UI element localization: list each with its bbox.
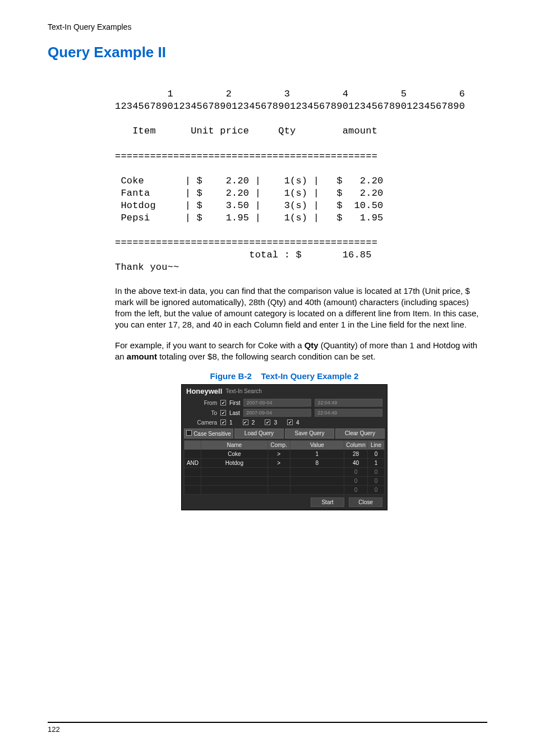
table-row[interactable]: 00 [185, 468, 385, 477]
close-button[interactable]: Close [349, 497, 382, 507]
ruler-ones: 1234567890123456789012345678901234567890… [115, 101, 465, 112]
receipt-line3: Hotdog | $ 3.50 | 3(s) | $ 10.50 [115, 200, 383, 211]
figure-caption: Figure B-2 Text-In Query Example 2 [81, 371, 487, 381]
camera-4-checkbox[interactable] [287, 420, 293, 425]
paragraph-2: For example, if you want to search for C… [115, 340, 487, 363]
from-label: From [186, 400, 217, 406]
camera-label: Camera [186, 420, 217, 426]
receipt-line4: Pepsi | $ 1.95 | 1(s) | $ 1.95 [115, 213, 383, 223]
receipt-block: 1 2 3 4 5 6 1234567890123456789012345678… [115, 76, 487, 274]
table-row[interactable]: 00 [185, 486, 385, 495]
table-row[interactable]: 00 [185, 477, 385, 486]
from-date[interactable]: 2007-09-04 [243, 399, 311, 407]
clear-query-button[interactable]: Clear Query [335, 428, 385, 439]
receipt-line1: Coke | $ 2.20 | 1(s) | $ 2.20 [115, 176, 383, 186]
last-label: Last [229, 410, 240, 416]
query-table: Name Comp. Value Column Line Coke > 1 28… [184, 440, 385, 495]
to-time[interactable]: 22:04:49 [315, 409, 382, 417]
receipt-sep: ========================================… [115, 151, 377, 162]
page-title: Query Example II [48, 44, 487, 61]
col-name: Name [201, 441, 268, 450]
first-checkbox[interactable] [220, 400, 226, 405]
col-value: Value [290, 441, 344, 450]
dialog-brand: Honeywell [186, 387, 222, 395]
dialog-title: Text-In Search [225, 388, 261, 394]
camera-1-checkbox[interactable] [220, 420, 226, 425]
receipt-sep2: ========================================… [115, 237, 377, 248]
to-label: To [186, 410, 217, 416]
load-query-button[interactable]: Load Query [234, 428, 284, 439]
receipt-line2: Fanta | $ 2.20 | 1(s) | $ 2.20 [115, 188, 383, 199]
start-button[interactable]: Start [311, 497, 344, 507]
to-date[interactable]: 2007-09-04 [243, 409, 311, 417]
col-comp: Comp. [268, 441, 290, 450]
ruler-tens: 1 2 3 4 5 6 [115, 89, 465, 99]
paragraph-1: In the above text-in data, you can find … [115, 285, 487, 331]
page-number: 122 [48, 725, 60, 734]
camera-2-checkbox[interactable] [243, 420, 248, 425]
case-sensitive-checkbox[interactable] [186, 430, 192, 436]
save-query-button[interactable]: Save Query [285, 428, 334, 439]
table-row[interactable]: AND Hotdog > 8 40 1 [185, 459, 385, 468]
camera-3-checkbox[interactable] [265, 420, 270, 425]
col-op [185, 441, 201, 450]
last-checkbox[interactable] [220, 410, 226, 416]
receipt-total: total : $ 16.85 [115, 250, 372, 260]
receipt-header: Item Unit price Qty amount [115, 126, 377, 136]
from-time[interactable]: 22:04:49 [315, 399, 382, 407]
table-row[interactable]: Coke > 1 28 0 [185, 450, 385, 459]
col-column: Column [344, 441, 368, 450]
search-dialog: Honeywell Text-In Search From First 2007… [181, 384, 388, 510]
col-line: Line [368, 441, 385, 450]
breadcrumb: Text-In Query Examples [48, 22, 487, 31]
case-sensitive-button[interactable]: Case Sensitive [184, 428, 233, 439]
first-label: First [229, 400, 240, 406]
receipt-thanks: Thank you~~ [115, 262, 179, 273]
page-footer: 122 [48, 722, 487, 734]
